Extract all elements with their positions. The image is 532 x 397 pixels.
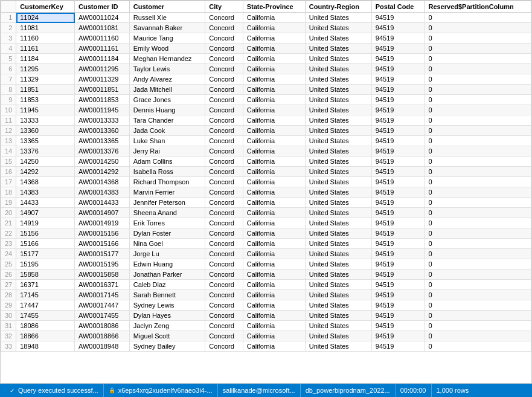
- table-cell[interactable]: 94519: [371, 331, 425, 341]
- table-cell[interactable]: AW00014919: [75, 218, 130, 228]
- table-cell[interactable]: 11161: [16, 44, 75, 54]
- table-cell[interactable]: 11160: [16, 33, 75, 44]
- table-cell[interactable]: 0: [425, 311, 531, 321]
- table-row[interactable]: 911853AW00011853Grace JonesConcordCalifo…: [1, 95, 531, 105]
- table-cell[interactable]: 94519: [371, 54, 425, 64]
- table-cell[interactable]: 11853: [16, 95, 75, 105]
- table-cell[interactable]: AW00016371: [75, 280, 130, 290]
- table-cell[interactable]: Concord: [205, 198, 243, 208]
- table-cell[interactable]: 0: [425, 105, 531, 115]
- table-cell[interactable]: 13365: [16, 136, 75, 146]
- table-cell[interactable]: United States: [305, 331, 371, 341]
- row-num-cell[interactable]: 8: [1, 85, 16, 95]
- table-row[interactable]: 611295AW00011295Taylor LewisConcordCalif…: [1, 64, 531, 74]
- table-cell[interactable]: 0: [425, 228, 531, 239]
- table-cell[interactable]: 0: [425, 167, 531, 177]
- row-num-cell[interactable]: 16: [1, 167, 16, 177]
- table-row[interactable]: 1514250AW00014250Adam CollinsConcordCali…: [1, 157, 531, 167]
- table-cell[interactable]: California: [243, 126, 305, 136]
- table-row[interactable]: 211081AW00011081Savannah BakerConcordCal…: [1, 23, 531, 33]
- table-cell[interactable]: 0: [425, 85, 531, 95]
- table-cell[interactable]: California: [243, 239, 305, 249]
- table-cell[interactable]: Jada Mitchell: [129, 85, 205, 95]
- table-cell[interactable]: Concord: [205, 341, 243, 352]
- table-cell[interactable]: United States: [305, 33, 371, 44]
- table-cell[interactable]: Maurice Tang: [129, 33, 205, 44]
- table-cell[interactable]: 11295: [16, 64, 75, 74]
- table-cell[interactable]: 94519: [371, 136, 425, 146]
- table-cell[interactable]: Grace Jones: [129, 95, 205, 105]
- table-cell[interactable]: AW00015156: [75, 228, 130, 239]
- table-cell[interactable]: 94519: [371, 228, 425, 239]
- table-cell[interactable]: California: [243, 54, 305, 64]
- table-cell[interactable]: 94519: [371, 126, 425, 136]
- table-cell[interactable]: AW00011081: [75, 23, 130, 33]
- row-num-cell[interactable]: 20: [1, 208, 16, 218]
- table-cell[interactable]: Jonathan Parker: [129, 270, 205, 280]
- table-cell[interactable]: AW00011851: [75, 85, 130, 95]
- table-cell[interactable]: California: [243, 146, 305, 157]
- table-cell[interactable]: United States: [305, 341, 371, 352]
- table-cell[interactable]: California: [243, 177, 305, 187]
- table-row[interactable]: 2917447AW00017447Sydney LewisConcordCali…: [1, 300, 531, 311]
- col-header-reserved[interactable]: Reserved$PartitionColumn: [425, 1, 531, 13]
- table-cell[interactable]: Concord: [205, 136, 243, 146]
- table-cell[interactable]: AW00015166: [75, 239, 130, 249]
- table-cell[interactable]: Concord: [205, 44, 243, 54]
- table-cell[interactable]: United States: [305, 270, 371, 280]
- table-cell[interactable]: Concord: [205, 239, 243, 249]
- table-row[interactable]: 311160AW00011160Maurice TangConcordCalif…: [1, 33, 531, 44]
- table-cell[interactable]: United States: [305, 13, 371, 23]
- col-header-stateprovince[interactable]: State-Province: [243, 1, 305, 13]
- table-cell[interactable]: Jennifer Peterson: [129, 198, 205, 208]
- table-cell[interactable]: 0: [425, 331, 531, 341]
- table-row[interactable]: 2716371AW00016371Caleb DiazConcordCalifo…: [1, 280, 531, 290]
- row-num-cell[interactable]: 31: [1, 321, 16, 331]
- table-cell[interactable]: 94519: [371, 13, 425, 23]
- table-row[interactable]: 1413376AW00013376Jerry RaiConcordCalifor…: [1, 146, 531, 157]
- row-num-cell[interactable]: 19: [1, 198, 16, 208]
- table-cell[interactable]: California: [243, 290, 305, 300]
- table-cell[interactable]: Concord: [205, 321, 243, 331]
- table-cell[interactable]: United States: [305, 321, 371, 331]
- table-cell[interactable]: California: [243, 331, 305, 341]
- col-header-postalcode[interactable]: Postal Code: [371, 1, 425, 13]
- table-cell[interactable]: 0: [425, 54, 531, 64]
- table-cell[interactable]: 94519: [371, 33, 425, 44]
- table-cell[interactable]: Concord: [205, 290, 243, 300]
- table-cell[interactable]: AW00013360: [75, 126, 130, 136]
- table-cell[interactable]: 94519: [371, 187, 425, 198]
- table-cell[interactable]: AW00015177: [75, 249, 130, 259]
- table-cell[interactable]: 0: [425, 136, 531, 146]
- table-cell[interactable]: United States: [305, 290, 371, 300]
- table-cell[interactable]: 94519: [371, 249, 425, 259]
- table-cell[interactable]: 0: [425, 13, 531, 23]
- table-cell[interactable]: AW00013365: [75, 136, 130, 146]
- table-row[interactable]: 1614292AW00014292Isabella RossConcordCal…: [1, 167, 531, 177]
- row-num-cell[interactable]: 27: [1, 280, 16, 290]
- table-cell[interactable]: Andy Alvarez: [129, 74, 205, 85]
- table-cell[interactable]: Tara Chander: [129, 115, 205, 126]
- table-cell[interactable]: United States: [305, 177, 371, 187]
- table-row[interactable]: 1011945AW00011945Dennis HuangConcordCali…: [1, 105, 531, 115]
- col-header-city[interactable]: City: [205, 1, 243, 13]
- table-cell[interactable]: 0: [425, 198, 531, 208]
- table-row[interactable]: 811851AW00011851Jada MitchellConcordCali…: [1, 85, 531, 95]
- table-cell[interactable]: Emily Wood: [129, 44, 205, 54]
- row-num-cell[interactable]: 15: [1, 157, 16, 167]
- table-cell[interactable]: 0: [425, 33, 531, 44]
- col-header-countryregion[interactable]: Country-Region: [305, 1, 371, 13]
- table-cell[interactable]: 17455: [16, 311, 75, 321]
- table-cell[interactable]: AW00018948: [75, 341, 130, 352]
- table-cell[interactable]: Sarah Bennett: [129, 290, 205, 300]
- table-cell[interactable]: 14433: [16, 198, 75, 208]
- table-row[interactable]: 1213360AW00013360Jada CookConcordCalifor…: [1, 126, 531, 136]
- table-cell[interactable]: Concord: [205, 331, 243, 341]
- table-cell[interactable]: United States: [305, 44, 371, 54]
- table-cell[interactable]: California: [243, 105, 305, 115]
- table-row[interactable]: 411161AW00011161Emily WoodConcordCalifor…: [1, 44, 531, 54]
- row-num-cell[interactable]: 32: [1, 331, 16, 341]
- table-cell[interactable]: 14368: [16, 177, 75, 187]
- table-cell[interactable]: AW00014907: [75, 208, 130, 218]
- table-cell[interactable]: Taylor Lewis: [129, 64, 205, 74]
